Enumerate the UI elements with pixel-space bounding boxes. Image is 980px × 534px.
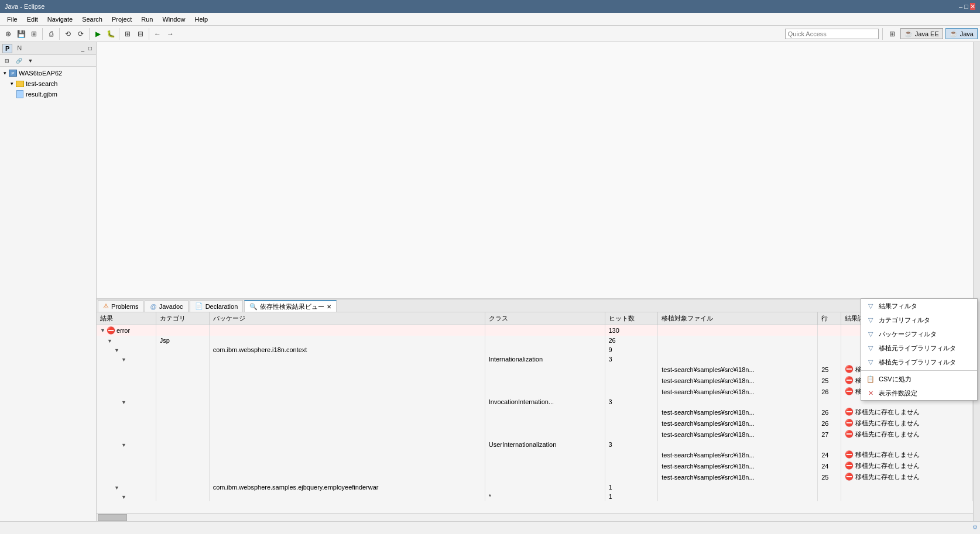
table-row[interactable]: test-search¥samples¥src¥i18n... 27 ⛔ 移植先… [97,429,973,440]
table-row[interactable]: test-search¥samples¥src¥i18n... 25 ⛔ 移植先… [97,375,973,386]
expand-icon[interactable]: ▼ [114,347,119,353]
cell-class [485,406,605,418]
panel-menu-btn[interactable]: ▼ [25,55,36,67]
context-menu: ▽ 結果フィルタ ▽ カテゴリフィルタ ▽ パッケージフィルタ ▽ 移植元ライブ… [861,298,978,401]
toolbar-print-btn[interactable]: ⎙ [45,28,57,40]
minimize-panel-btn[interactable]: _ [79,44,86,52]
table-row[interactable]: test-search¥samples¥src¥i18n... 26 ⛔ 移植先… [97,418,973,429]
toolbar-save-btn[interactable]: 💾 [15,28,27,40]
menu-project[interactable]: Project [107,15,136,24]
toolbar-btn3[interactable]: ⟲ [62,28,74,40]
menu-help[interactable]: Help [190,15,213,24]
table-row[interactable]: ▼ * 1 [97,492,973,501]
tree-folder-test[interactable]: ▾ test-search [8,78,95,89]
tab-declaration[interactable]: 📄 Declaration [190,300,244,312]
expand-icon[interactable]: ▼ [121,399,126,405]
cell-file: test-search¥samples¥src¥i18n... [658,460,818,471]
table-row[interactable]: test-search¥samples¥src¥i18n... 24 ⛔ 移植先… [97,449,973,460]
table-row[interactable]: ▼ Jsp 26 [97,336,973,345]
table-row[interactable]: test-search¥samples¥src¥i18n... 24 ⛔ 移植先… [97,460,973,471]
toolbar-save-all-btn[interactable]: ⊞ [28,28,40,40]
menu-file[interactable]: File [2,15,22,24]
tab-problems[interactable]: ⚠ Problems [98,300,143,312]
statusbar: ⚙ [0,521,980,533]
toolbar-btn6[interactable]: ⊟ [135,28,146,40]
table-row[interactable]: test-search¥samples¥src¥i18n... 26 ⛔ 移植先… [97,406,973,418]
menu-edit[interactable]: Edit [22,15,43,24]
tree-root[interactable]: ▾ P WAS6toEAP62 [1,68,95,78]
ctx-dst-lib-filter[interactable]: ▽ 移植先ライブラリフィルタ [861,355,977,369]
err-icon: ⛔ [845,450,854,459]
editor-area [97,42,973,299]
cell-class [485,375,605,386]
cell-category [156,449,209,460]
toolbar-new-btn[interactable]: ⊕ [2,28,14,40]
table-row[interactable]: ▼ ⛔ error 130 [97,325,973,336]
cell-detail: ⛔ 移植先に存在しません [841,406,973,418]
tab-javadoc[interactable]: @ Javadoc [145,300,188,312]
toolbar-next-btn[interactable]: → [165,28,176,40]
tab-search-results[interactable]: 🔍 依存性検索結果ビュー ✕ [244,300,337,312]
ctx-result-filter[interactable]: ▽ 結果フィルタ [861,299,977,313]
left-panel: P N _ □ ⊟ 🔗 ▼ ▾ P WAS6toEAP62 ▾ [0,42,97,521]
menu-window[interactable]: Window [157,15,190,24]
expand-icon[interactable]: ▼ [121,494,126,500]
tab-navigator[interactable]: N [15,44,24,53]
perspective-javaee[interactable]: ☕ Java EE [900,28,943,39]
collapse-all-btn[interactable]: ⊟ [1,55,13,67]
menu-search[interactable]: Search [77,15,107,24]
table-row[interactable]: ▼ com.ibm.websphere.i18n.context 9 [97,345,973,354]
toolbar-btn4[interactable]: ⟳ [75,28,87,40]
root-label: WAS6toEAP62 [19,70,62,77]
menu-navigate[interactable]: Navigate [43,15,77,24]
cell-file [658,483,818,492]
table-row[interactable]: test-search¥samples¥src¥i18n... 25 ⛔ 移植先… [97,364,973,375]
tree-file-result[interactable]: ▾ result.gjbm [8,89,95,99]
expand-icon[interactable]: ▼ [100,328,105,333]
toolbar-debug-btn[interactable]: 🐛 [105,28,116,40]
expand-icon[interactable]: ▼ [114,485,119,491]
expand-icon[interactable]: ▼ [121,357,126,363]
cell-result: ▼ [97,483,156,492]
col-header-hits: ヒット数 [605,312,658,325]
table-row[interactable]: ▼ InvocationInternation... 3 [97,397,973,406]
search-tab-close[interactable]: ✕ [327,304,331,310]
maximize-panel-btn[interactable]: □ [87,44,94,52]
titlebar-controls: – □ ✕ [959,3,975,11]
cell-result: ▼ [97,345,156,354]
bottom-scrollbar[interactable] [97,513,973,521]
link-editor-btn[interactable]: 🔗 [13,55,25,67]
scrollbar-thumb[interactable] [98,514,127,521]
maximize-button[interactable]: □ [964,3,968,10]
cell-package [209,354,485,364]
perspective-java[interactable]: ☕ Java [945,28,978,39]
table-row[interactable]: ▼ Internationalization 3 [97,354,973,364]
menu-run[interactable]: Run [136,15,157,24]
ctx-csv-export[interactable]: 📋 CSVに処力 [861,372,977,386]
table-row[interactable]: ▼ com.ibm.websphere.samples.ejbquery.emp… [97,483,973,492]
table-row[interactable]: test-search¥samples¥src¥i18n... 26 ⛔ 移植先… [97,386,973,397]
toolbar-btn5[interactable]: ⊞ [122,28,133,40]
ctx-package-filter[interactable]: ▽ パッケージフィルタ [861,327,977,341]
open-perspective-btn[interactable]: ⊞ [886,28,898,40]
quick-access-input[interactable] [785,29,879,39]
minimize-button[interactable]: – [959,3,962,10]
toolbar-run-btn[interactable]: ▶ [92,28,104,40]
ctx-src-lib-filter[interactable]: ▽ 移植元ライブラリフィルタ [861,341,977,355]
table-row[interactable]: test-search¥samples¥src¥i18n... 25 ⛔ 移植先… [97,471,973,483]
toolbar-prev-btn[interactable]: ← [152,28,163,40]
ctx-category-filter[interactable]: ▽ カテゴリフィルタ [861,313,977,327]
cell-category [156,440,209,449]
cell-file: test-search¥samples¥src¥i18n... [658,418,818,429]
javaee-icon: ☕ [904,30,913,37]
titlebar: Java - Eclipse – □ ✕ [0,0,980,13]
tab-package-explorer[interactable]: P [2,44,12,53]
expand-icon[interactable]: ▼ [107,338,112,344]
expand-icon[interactable]: ▼ [121,442,126,448]
error-icon: ⛔ [107,326,115,335]
table-row[interactable]: ▼ UserInternationalization 3 [97,440,973,449]
cell-hits: 26 [605,336,658,345]
ctx-display-settings[interactable]: ✕ 表示件数設定 [861,386,977,400]
cell-line: 26 [818,386,841,397]
close-button[interactable]: ✕ [970,3,975,10]
